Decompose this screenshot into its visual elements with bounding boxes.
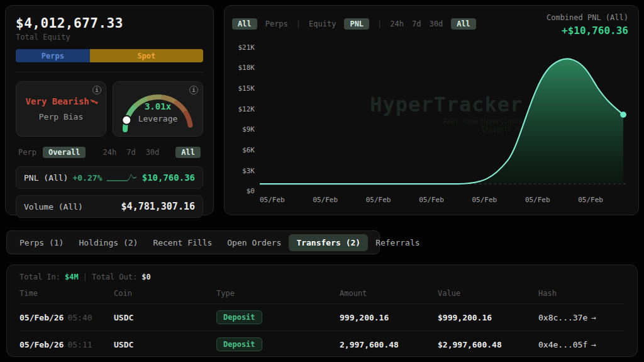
- table-row: 05/Feb/2605:11 USDC Deposit 2,997,600.48…: [19, 331, 625, 358]
- chart-tab-7d[interactable]: 7d: [412, 20, 421, 28]
- transfer-totals: Total In: $4M | Total Out: $0: [19, 273, 625, 281]
- tab-referrals[interactable]: Referrals: [368, 234, 427, 251]
- perp-period-row: Perp Overall 24h 7d 30d All: [16, 147, 203, 158]
- tab-recent-fills[interactable]: Recent Fills: [145, 234, 219, 251]
- x-tick: 05/Feb: [366, 196, 391, 204]
- divider: [16, 72, 203, 72]
- x-tick: 05/Feb: [578, 196, 603, 204]
- combined-pnl-label: Combined PNL (All): [547, 13, 628, 22]
- col-coin: Coin: [114, 289, 216, 298]
- overall-toggle[interactable]: Overall: [43, 147, 86, 158]
- y-tick: $0: [247, 187, 255, 195]
- type-cell: Deposit: [216, 310, 340, 324]
- period-all[interactable]: All: [175, 147, 201, 158]
- total-equity-label: Total Equity: [16, 33, 203, 42]
- amount-cell: 2,997,600.48: [340, 340, 438, 349]
- hash-link[interactable]: 0x4e...05f→: [538, 340, 625, 349]
- down-squiggle-arrows-icon: ↝↝: [88, 95, 98, 106]
- hash-text: 0x4e...05f: [538, 340, 587, 349]
- tab-divider: |: [377, 20, 382, 28]
- time-cell: 05/Feb/2605:40: [19, 313, 114, 322]
- chart-tab-all-scope[interactable]: All: [232, 18, 257, 30]
- volume-value: $4,781,307.16: [121, 201, 195, 212]
- chart-tab-30d[interactable]: 30d: [429, 20, 443, 28]
- pnl-label: PNL (All): [24, 173, 68, 183]
- chart-tab-pnl[interactable]: PNL: [344, 18, 369, 30]
- leverage-label: Leverage: [113, 114, 203, 123]
- value-cell: $2,997,600.48: [438, 340, 538, 349]
- tab-open-orders[interactable]: Open Orders: [219, 234, 289, 251]
- col-time: Time: [19, 289, 114, 298]
- chart-endpoint-dot: [620, 111, 626, 118]
- period-7d[interactable]: 7d: [126, 148, 135, 157]
- tab-transfers[interactable]: Transfers (2): [289, 234, 368, 251]
- chart-tab-all-range[interactable]: All: [451, 18, 476, 30]
- total-in-value: $4M: [65, 273, 79, 281]
- tab-divider: |: [296, 20, 301, 28]
- hash-link[interactable]: 0x8c...37e→: [538, 313, 625, 322]
- pnl-sparkline-icon: [106, 172, 138, 183]
- col-value: Value: [438, 289, 538, 298]
- value-cell: $999,200.16: [438, 313, 538, 322]
- perps-segment[interactable]: Perps: [16, 49, 90, 62]
- coin-cell: USDC: [114, 313, 216, 322]
- deposit-badge: Deposit: [216, 310, 262, 324]
- x-tick: 05/Feb: [472, 196, 497, 204]
- total-out-value: $0: [142, 273, 150, 281]
- combined-pnl-value: +$10,760.36: [547, 25, 628, 37]
- y-tick: $21K: [238, 43, 255, 52]
- perp-prefix-label: Perp: [18, 148, 36, 157]
- equity-split-bar: Perps Spot: [16, 49, 203, 62]
- x-axis: 05/Feb 05/Feb 05/Feb 05/Feb 05/Feb 05/Fe…: [260, 196, 603, 204]
- section-tabs-bar: Perps (1) Holdings (2) Recent Fills Open…: [6, 230, 380, 254]
- pnl-area-chart-icon: [260, 45, 627, 188]
- y-tick: $3K: [242, 167, 255, 175]
- table-header: Time Coin Type Amount Value Hash: [19, 289, 625, 303]
- total-out-label: Total Out:: [92, 273, 137, 281]
- period-24h[interactable]: 24h: [103, 148, 116, 157]
- coin-cell: USDC: [114, 340, 216, 349]
- date: 05/Feb/26: [19, 340, 64, 349]
- col-hash: Hash: [538, 289, 625, 298]
- y-tick: $9K: [242, 125, 255, 133]
- hash-text: 0x8c...37e: [538, 313, 587, 322]
- totals-divider: |: [83, 273, 87, 281]
- perp-bias-value: Very Bearish↝↝: [26, 96, 97, 106]
- chart-tab-24h[interactable]: 24h: [390, 20, 404, 28]
- external-arrow-icon: →: [591, 340, 596, 349]
- bias-text: Very Bearish: [26, 96, 89, 106]
- date: 05/Feb/26: [19, 313, 64, 322]
- tab-perps[interactable]: Perps (1): [12, 234, 71, 251]
- spot-segment[interactable]: Spot: [90, 49, 203, 62]
- x-tick: 05/Feb: [419, 196, 444, 204]
- period-30d[interactable]: 30d: [146, 148, 160, 157]
- table-row: 05/Feb/2605:40 USDC Deposit 999,200.16 $…: [19, 303, 625, 331]
- deposit-badge: Deposit: [216, 337, 262, 351]
- col-amount: Amount: [340, 289, 438, 298]
- pnl-chart: $21K $18K $15K $12K $9K $6K $3K $0 Hyper…: [232, 40, 628, 205]
- info-icon[interactable]: i: [92, 86, 101, 94]
- col-type: Type: [216, 289, 340, 298]
- time: 05:40: [67, 313, 92, 322]
- chart-tabs: All Perps | Equity PNL | 24h 7d 30d All: [232, 18, 476, 30]
- combined-pnl-chart-panel: All Perps | Equity PNL | 24h 7d 30d All …: [224, 5, 639, 215]
- tab-holdings[interactable]: Holdings (2): [71, 234, 145, 251]
- x-tick: 05/Feb: [313, 196, 338, 204]
- total-equity-value: $4,012,677.33: [16, 16, 203, 31]
- leverage-card: i 3.01x Leverage: [113, 81, 203, 137]
- y-tick: $6K: [242, 146, 255, 154]
- time-cell: 05/Feb/2605:11: [19, 340, 114, 349]
- type-cell: Deposit: [216, 337, 340, 351]
- pnl-percent: +0.27%: [72, 173, 102, 183]
- pnl-value: $10,760.36: [142, 173, 195, 183]
- external-arrow-icon: →: [591, 313, 596, 322]
- volume-row: Volume (All) $4,781,307.16: [16, 195, 203, 218]
- chart-tab-perps[interactable]: Perps: [265, 20, 288, 28]
- time: 05:11: [67, 340, 92, 349]
- chart-tab-equity[interactable]: Equity: [309, 20, 336, 28]
- perp-bias-card: i Very Bearish↝↝ Perp Bias: [16, 81, 106, 137]
- volume-label: Volume (All): [24, 202, 83, 212]
- transfers-table-panel: Total In: $4M | Total Out: $0 Time Coin …: [6, 264, 638, 357]
- pnl-row: PNL (All) +0.27% $10,760.36: [16, 166, 203, 189]
- x-tick: 05/Feb: [525, 196, 550, 204]
